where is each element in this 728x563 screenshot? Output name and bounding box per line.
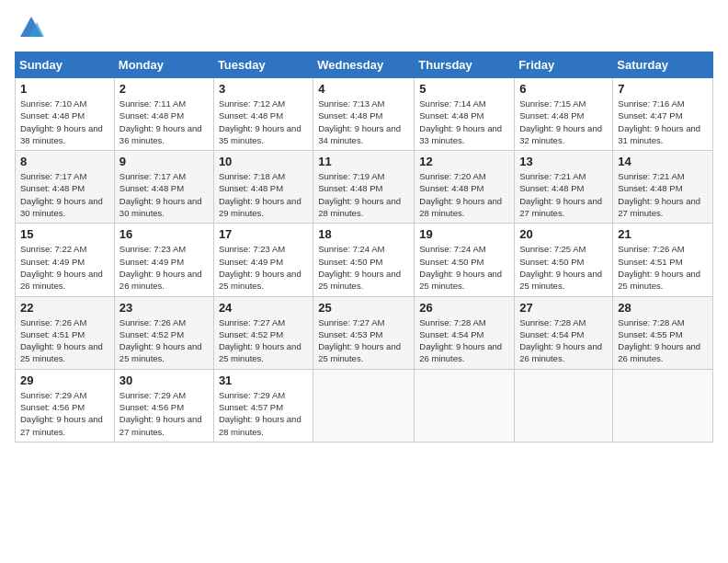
calendar-day-cell: 30 Sunrise: 7:29 AM Sunset: 4:56 PM Dayl… — [114, 369, 213, 442]
day-number: 4 — [318, 82, 409, 96]
day-number: 6 — [519, 82, 608, 96]
day-number: 7 — [618, 82, 708, 96]
day-info: Sunrise: 7:18 AM Sunset: 4:48 PM Dayligh… — [219, 170, 308, 219]
calendar-day-cell: 25 Sunrise: 7:27 AM Sunset: 4:53 PM Dayl… — [313, 296, 415, 369]
weekday-header: Wednesday — [313, 52, 415, 78]
day-info: Sunrise: 7:29 AM Sunset: 4:57 PM Dayligh… — [219, 389, 308, 438]
calendar-day-cell: 8 Sunrise: 7:17 AM Sunset: 4:48 PM Dayli… — [16, 151, 115, 224]
day-number: 27 — [519, 301, 608, 315]
calendar-day-cell: 13 Sunrise: 7:21 AM Sunset: 4:48 PM Dayl… — [515, 151, 613, 224]
calendar-day-cell: 26 Sunrise: 7:28 AM Sunset: 4:54 PM Dayl… — [415, 296, 515, 369]
weekday-header: Sunday — [16, 52, 115, 78]
day-info: Sunrise: 7:26 AM Sunset: 4:52 PM Dayligh… — [119, 316, 209, 365]
calendar-day-cell: 15 Sunrise: 7:22 AM Sunset: 4:49 PM Dayl… — [16, 224, 115, 296]
day-number: 1 — [20, 82, 109, 96]
calendar-week-row: 22 Sunrise: 7:26 AM Sunset: 4:51 PM Dayl… — [16, 296, 713, 369]
day-number: 5 — [419, 82, 509, 96]
day-info: Sunrise: 7:23 AM Sunset: 4:49 PM Dayligh… — [119, 243, 209, 292]
calendar-day-cell: 23 Sunrise: 7:26 AM Sunset: 4:52 PM Dayl… — [114, 296, 213, 369]
day-info: Sunrise: 7:17 AM Sunset: 4:48 PM Dayligh… — [20, 170, 109, 219]
day-info: Sunrise: 7:17 AM Sunset: 4:48 PM Dayligh… — [119, 170, 209, 219]
day-info: Sunrise: 7:23 AM Sunset: 4:49 PM Dayligh… — [219, 243, 308, 292]
day-info: Sunrise: 7:27 AM Sunset: 4:52 PM Dayligh… — [219, 316, 308, 365]
day-number: 17 — [219, 227, 308, 241]
calendar-day-cell: 27 Sunrise: 7:28 AM Sunset: 4:54 PM Dayl… — [515, 296, 613, 369]
day-number: 18 — [318, 227, 409, 241]
day-number: 24 — [219, 301, 308, 315]
calendar-day-cell: 24 Sunrise: 7:27 AM Sunset: 4:52 PM Dayl… — [213, 296, 313, 369]
day-info: Sunrise: 7:28 AM Sunset: 4:54 PM Dayligh… — [419, 316, 509, 365]
day-number: 28 — [618, 301, 708, 315]
weekday-header: Monday — [114, 52, 213, 78]
day-number: 2 — [119, 82, 209, 96]
day-number: 25 — [318, 301, 409, 315]
day-info: Sunrise: 7:25 AM Sunset: 4:50 PM Dayligh… — [519, 243, 608, 292]
calendar-day-cell: 22 Sunrise: 7:26 AM Sunset: 4:51 PM Dayl… — [16, 296, 115, 369]
day-info: Sunrise: 7:11 AM Sunset: 4:48 PM Dayligh… — [119, 98, 209, 146]
day-info: Sunrise: 7:15 AM Sunset: 4:48 PM Dayligh… — [519, 98, 608, 146]
empty-cell — [515, 369, 613, 442]
day-number: 8 — [20, 155, 109, 168]
calendar-week-row: 15 Sunrise: 7:22 AM Sunset: 4:49 PM Dayl… — [16, 224, 713, 296]
day-number: 11 — [318, 155, 409, 168]
day-info: Sunrise: 7:19 AM Sunset: 4:48 PM Dayligh… — [318, 170, 409, 219]
calendar-day-cell: 2 Sunrise: 7:11 AM Sunset: 4:48 PM Dayli… — [114, 78, 213, 151]
day-info: Sunrise: 7:16 AM Sunset: 4:47 PM Dayligh… — [618, 98, 708, 146]
day-info: Sunrise: 7:20 AM Sunset: 4:48 PM Dayligh… — [419, 170, 509, 219]
day-info: Sunrise: 7:27 AM Sunset: 4:53 PM Dayligh… — [318, 316, 409, 365]
calendar-day-cell: 19 Sunrise: 7:24 AM Sunset: 4:50 PM Dayl… — [415, 224, 515, 296]
calendar-day-cell: 28 Sunrise: 7:28 AM Sunset: 4:55 PM Dayl… — [613, 296, 713, 369]
day-info: Sunrise: 7:24 AM Sunset: 4:50 PM Dayligh… — [419, 243, 509, 292]
page-header — [15, 15, 713, 40]
day-info: Sunrise: 7:10 AM Sunset: 4:48 PM Dayligh… — [20, 98, 109, 146]
day-info: Sunrise: 7:14 AM Sunset: 4:48 PM Dayligh… — [419, 98, 509, 146]
day-info: Sunrise: 7:28 AM Sunset: 4:55 PM Dayligh… — [618, 316, 708, 365]
calendar-week-row: 8 Sunrise: 7:17 AM Sunset: 4:48 PM Dayli… — [16, 151, 713, 224]
calendar-day-cell: 31 Sunrise: 7:29 AM Sunset: 4:57 PM Dayl… — [213, 369, 313, 442]
day-info: Sunrise: 7:29 AM Sunset: 4:56 PM Dayligh… — [20, 389, 109, 438]
day-number: 22 — [20, 301, 109, 315]
day-number: 3 — [219, 82, 308, 96]
calendar-day-cell: 18 Sunrise: 7:24 AM Sunset: 4:50 PM Dayl… — [313, 224, 415, 296]
calendar-day-cell: 3 Sunrise: 7:12 AM Sunset: 4:48 PM Dayli… — [213, 78, 313, 151]
calendar-day-cell: 12 Sunrise: 7:20 AM Sunset: 4:48 PM Dayl… — [415, 151, 515, 224]
weekday-header: Thursday — [415, 52, 515, 78]
day-info: Sunrise: 7:26 AM Sunset: 4:51 PM Dayligh… — [20, 316, 109, 365]
calendar-day-cell: 1 Sunrise: 7:10 AM Sunset: 4:48 PM Dayli… — [16, 78, 115, 151]
day-info: Sunrise: 7:21 AM Sunset: 4:48 PM Dayligh… — [519, 170, 608, 219]
day-number: 29 — [20, 373, 109, 387]
calendar-day-cell: 9 Sunrise: 7:17 AM Sunset: 4:48 PM Dayli… — [114, 151, 213, 224]
calendar-week-row: 29 Sunrise: 7:29 AM Sunset: 4:56 PM Dayl… — [16, 369, 713, 442]
calendar: SundayMondayTuesdayWednesdayThursdayFrid… — [15, 52, 713, 442]
day-number: 31 — [219, 373, 308, 387]
calendar-day-cell: 5 Sunrise: 7:14 AM Sunset: 4:48 PM Dayli… — [415, 78, 515, 151]
day-number: 12 — [419, 155, 509, 168]
day-info: Sunrise: 7:21 AM Sunset: 4:48 PM Dayligh… — [618, 170, 708, 219]
day-number: 26 — [419, 301, 509, 315]
calendar-day-cell: 29 Sunrise: 7:29 AM Sunset: 4:56 PM Dayl… — [16, 369, 115, 442]
weekday-header: Tuesday — [213, 52, 313, 78]
day-number: 9 — [119, 155, 209, 168]
calendar-day-cell: 21 Sunrise: 7:26 AM Sunset: 4:51 PM Dayl… — [613, 224, 713, 296]
empty-cell — [415, 369, 515, 442]
day-number: 14 — [618, 155, 708, 168]
weekday-header: Friday — [515, 52, 613, 78]
day-info: Sunrise: 7:28 AM Sunset: 4:54 PM Dayligh… — [519, 316, 608, 365]
calendar-day-cell: 7 Sunrise: 7:16 AM Sunset: 4:47 PM Dayli… — [613, 78, 713, 151]
calendar-day-cell: 14 Sunrise: 7:21 AM Sunset: 4:48 PM Dayl… — [613, 151, 713, 224]
calendar-week-row: 1 Sunrise: 7:10 AM Sunset: 4:48 PM Dayli… — [16, 78, 713, 151]
day-number: 13 — [519, 155, 608, 168]
calendar-header-row: SundayMondayTuesdayWednesdayThursdayFrid… — [16, 52, 713, 78]
day-number: 23 — [119, 301, 209, 315]
day-number: 21 — [618, 227, 708, 241]
day-info: Sunrise: 7:24 AM Sunset: 4:50 PM Dayligh… — [318, 243, 409, 292]
calendar-day-cell: 11 Sunrise: 7:19 AM Sunset: 4:48 PM Dayl… — [313, 151, 415, 224]
empty-cell — [313, 369, 415, 442]
calendar-day-cell: 4 Sunrise: 7:13 AM Sunset: 4:48 PM Dayli… — [313, 78, 415, 151]
logo-icon — [18, 15, 44, 40]
calendar-day-cell: 17 Sunrise: 7:23 AM Sunset: 4:49 PM Dayl… — [213, 224, 313, 296]
calendar-day-cell: 20 Sunrise: 7:25 AM Sunset: 4:50 PM Dayl… — [515, 224, 613, 296]
day-number: 20 — [519, 227, 608, 241]
day-number: 30 — [119, 373, 209, 387]
calendar-day-cell: 6 Sunrise: 7:15 AM Sunset: 4:48 PM Dayli… — [515, 78, 613, 151]
